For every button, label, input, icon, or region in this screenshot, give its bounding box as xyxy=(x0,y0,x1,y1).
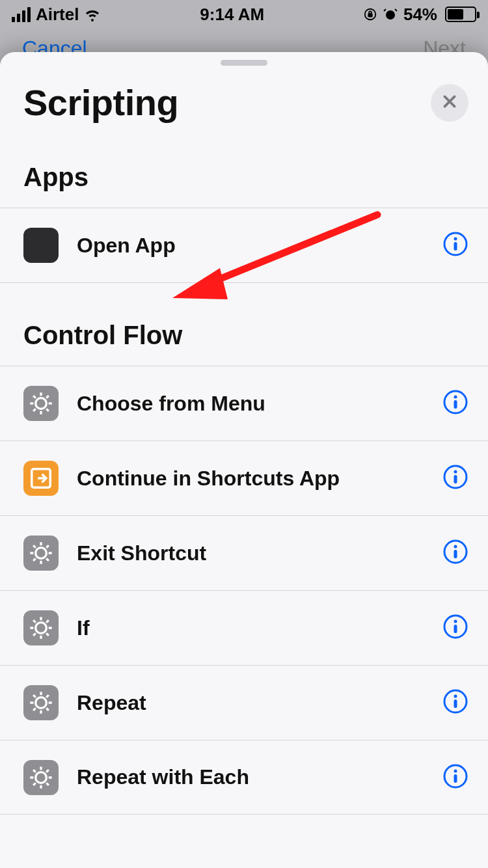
svg-rect-9 xyxy=(454,400,457,409)
close-button[interactable] xyxy=(431,84,468,122)
svg-point-2 xyxy=(386,10,395,20)
signal-bars-icon xyxy=(12,7,31,22)
svg-point-22 xyxy=(36,698,47,709)
svg-rect-1 xyxy=(368,14,372,17)
carrier-label: Airtel xyxy=(36,5,79,25)
battery-pct-label: 54% xyxy=(403,5,437,25)
wifi-icon xyxy=(84,6,101,23)
action-row-open-app[interactable]: Open App xyxy=(0,208,488,282)
action-row-if[interactable]: If xyxy=(0,590,488,665)
svg-point-14 xyxy=(36,548,47,559)
svg-rect-21 xyxy=(454,625,457,633)
info-icon xyxy=(442,231,468,260)
info-icon xyxy=(442,614,468,642)
section-header-control-flow: Control Flow xyxy=(0,283,488,366)
gear-icon xyxy=(23,760,59,795)
gear-icon xyxy=(23,610,59,645)
info-icon xyxy=(442,464,468,493)
info-button[interactable] xyxy=(442,765,468,791)
svg-point-4 xyxy=(454,237,457,241)
svg-rect-13 xyxy=(454,475,457,483)
svg-point-16 xyxy=(454,545,457,549)
action-row-choose-from-menu[interactable]: Choose from Menu xyxy=(0,366,488,441)
status-bar: Airtel 9:14 AM 54% xyxy=(0,0,488,29)
info-button[interactable] xyxy=(442,390,468,416)
svg-rect-5 xyxy=(454,242,457,251)
close-icon xyxy=(441,93,458,113)
info-icon xyxy=(442,389,468,418)
action-row-continue-in-shortcuts[interactable]: Continue in Shortcuts App xyxy=(0,441,488,515)
info-button[interactable] xyxy=(442,540,468,566)
svg-point-18 xyxy=(36,623,47,634)
battery-level xyxy=(448,9,463,20)
sheet-grabber[interactable] xyxy=(221,60,267,66)
info-button[interactable] xyxy=(442,465,468,491)
action-label: Continue in Shortcuts App xyxy=(59,467,442,491)
svg-point-24 xyxy=(454,695,457,698)
action-label: Open App xyxy=(59,234,442,258)
action-label: Exit Shortcut xyxy=(59,541,442,565)
info-icon xyxy=(442,763,468,792)
alarm-icon xyxy=(383,7,398,22)
svg-point-8 xyxy=(454,396,457,399)
gear-icon xyxy=(23,685,59,720)
svg-point-20 xyxy=(454,620,457,623)
svg-point-12 xyxy=(454,470,457,474)
svg-point-26 xyxy=(36,772,47,783)
orientation-lock-icon xyxy=(363,7,377,21)
scripting-sheet: Scripting Apps Open App Control Flow Cho… xyxy=(0,52,488,868)
section-header-apps: Apps xyxy=(0,163,488,208)
svg-rect-29 xyxy=(454,774,457,783)
gear-icon xyxy=(23,386,59,421)
info-button[interactable] xyxy=(442,232,468,258)
continue-icon xyxy=(23,461,59,496)
action-label: Repeat xyxy=(59,691,442,715)
action-row-exit-shortcut[interactable]: Exit Shortcut xyxy=(0,515,488,590)
svg-point-6 xyxy=(36,398,47,409)
apps-grid-icon xyxy=(23,228,59,263)
page-title: Scripting xyxy=(23,81,178,124)
info-button[interactable] xyxy=(442,615,468,641)
action-label: Repeat with Each xyxy=(59,765,442,789)
action-row-repeat[interactable]: Repeat xyxy=(0,665,488,740)
svg-point-28 xyxy=(454,769,457,772)
svg-rect-25 xyxy=(454,699,457,708)
svg-rect-17 xyxy=(454,550,457,558)
clock-label: 9:14 AM xyxy=(200,5,264,25)
action-label: If xyxy=(59,616,442,640)
info-icon xyxy=(442,688,468,717)
info-icon xyxy=(442,539,468,567)
gear-icon xyxy=(23,536,59,571)
info-button[interactable] xyxy=(442,690,468,716)
action-label: Choose from Menu xyxy=(59,392,442,416)
battery-icon xyxy=(445,7,476,22)
action-row-repeat-with-each[interactable]: Repeat with Each xyxy=(0,740,488,815)
